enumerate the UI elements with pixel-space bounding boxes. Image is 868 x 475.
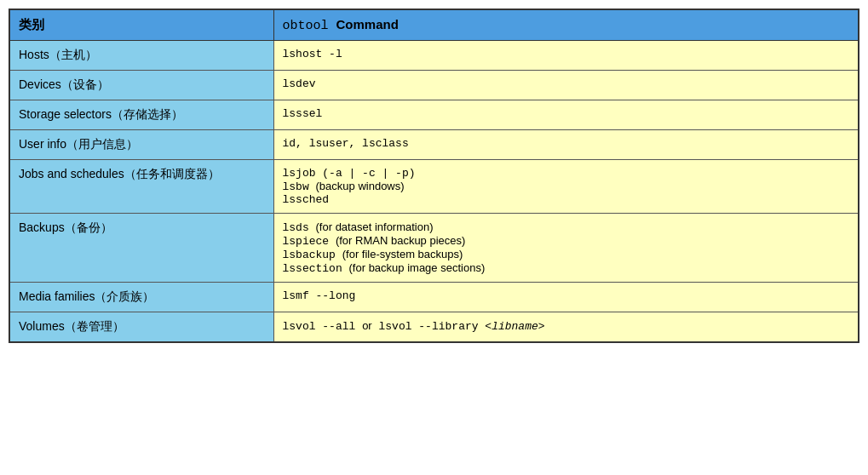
table-row: Devices（设备）lsdev <box>9 71 859 100</box>
category-label: 类别 <box>19 17 44 31</box>
command-cell: lsmf --long <box>273 283 859 312</box>
table-row: User info（用户信息）id, lsuser, lsclass <box>9 130 859 160</box>
category-cell: Backups（备份） <box>9 214 273 283</box>
category-header: 类别 <box>9 9 273 41</box>
command-cell: lshost -l <box>273 41 859 71</box>
table-row: Jobs and schedules（任务和调度器）lsjob (-a | -c… <box>9 160 859 214</box>
table-row: Backups（备份）lsds (for dataset information… <box>9 214 859 283</box>
header-row: 类别 obtool Command <box>9 9 859 41</box>
main-table: 类别 obtool Command Hosts（主机）lshost -lDevi… <box>9 9 859 343</box>
command-cell: lsvol --all or lsvol --library <libname> <box>273 312 859 343</box>
command-cell: lsjob (-a | -c | -p)lsbw (backup windows… <box>273 160 859 214</box>
table-row: Volumes（卷管理）lsvol --all or lsvol --libra… <box>9 312 859 343</box>
category-cell: User info（用户信息） <box>9 130 273 160</box>
command-cell: lsds (for dataset information)lspiece (f… <box>273 214 859 283</box>
command-header: obtool Command <box>273 9 859 41</box>
command-cell: id, lsuser, lsclass <box>273 130 859 160</box>
category-cell: Jobs and schedules（任务和调度器） <box>9 160 273 214</box>
category-cell: Media families（介质族） <box>9 283 273 312</box>
category-cell: Devices（设备） <box>9 71 273 100</box>
table-row: Hosts（主机）lshost -l <box>9 41 859 71</box>
command-cell: lsdev <box>273 71 859 100</box>
category-cell: Hosts（主机） <box>9 41 273 71</box>
obtool-label: obtool <box>283 19 329 33</box>
command-cell: lsssel <box>273 100 859 130</box>
table-row: Media families（介质族）lsmf --long <box>9 283 859 312</box>
table-row: Storage selectors（存储选择）lsssel <box>9 100 859 130</box>
category-cell: Storage selectors（存储选择） <box>9 100 273 130</box>
category-cell: Volumes（卷管理） <box>9 312 273 343</box>
command-label: Command <box>336 17 399 31</box>
